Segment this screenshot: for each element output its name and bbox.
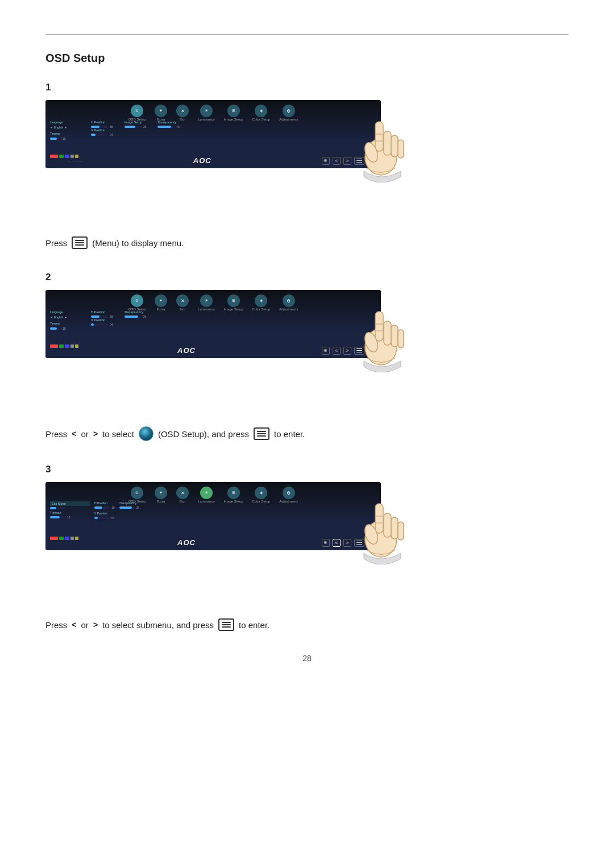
- step-2-press-text: Press: [45, 429, 67, 439]
- step-1-number: 1: [45, 82, 569, 93]
- top-divider: [45, 34, 569, 35]
- step-2-to-select-text: to select: [102, 429, 134, 439]
- svg-rect-17: [375, 504, 383, 533]
- step-3-press-text: Press: [45, 620, 67, 630]
- step-1-instruction: Press (Menu) to display menu.: [45, 236, 569, 249]
- step-1-monitor-area: ⊙ OSD Setup ✦ Extra ✕ Exit: [45, 100, 415, 231]
- hand-pointer-3: [350, 491, 412, 559]
- step-2-or-text: or: [81, 429, 89, 439]
- step-2-enter-text: to enter.: [274, 429, 305, 439]
- menu-icon-1: [72, 236, 88, 249]
- svg-rect-1: [375, 122, 383, 151]
- menu-icon-3: [218, 618, 234, 631]
- step-2-monitor: ⊙ OSD Setup ✦ Extra ✕ Exit: [45, 290, 381, 358]
- chevron-right-2: >: [93, 429, 98, 438]
- step-3-enter-text: to enter.: [239, 620, 269, 630]
- svg-rect-10: [384, 321, 391, 345]
- step-2-instruction: Press < or > to select (OSD Setup), and …: [45, 426, 569, 441]
- svg-rect-11: [391, 325, 398, 347]
- svg-rect-2: [384, 131, 391, 155]
- step-2-section: 2 ⊙ OSD Setup ✦ Extra: [45, 272, 569, 441]
- step-1-section: 1 ⊙ OSD Setup ✦ Extra: [45, 82, 569, 249]
- menu-icon-2: [254, 427, 269, 440]
- chevron-right-3: >: [93, 620, 98, 629]
- svg-rect-19: [391, 517, 398, 539]
- step-1-instruction-text: (Menu) to display menu.: [92, 238, 184, 248]
- svg-rect-20: [398, 522, 404, 540]
- svg-rect-3: [391, 135, 398, 157]
- step-3-section: 3 ⊙ OSD Setup ✦ Extra: [45, 464, 569, 631]
- svg-rect-4: [398, 140, 404, 158]
- svg-rect-18: [384, 513, 391, 537]
- hand-pointer-2: [350, 298, 412, 367]
- step-3-monitor: ⊙ OSD Setup ✦ Extra ✕ Exit: [45, 482, 381, 550]
- step-3-number: 3: [45, 464, 569, 475]
- page-number: 28: [45, 654, 569, 663]
- svg-rect-9: [375, 312, 383, 341]
- aoc-logo-1: AOC: [193, 156, 211, 165]
- step-3-submenu-text: to select submenu, and press: [102, 620, 214, 630]
- osd-setup-globe-icon: [139, 426, 154, 441]
- hand-pointer-1: [350, 109, 412, 177]
- step-1-monitor: ⊙ OSD Setup ✦ Extra ✕ Exit: [45, 100, 381, 168]
- step-3-monitor-area: ⊙ OSD Setup ✦ Extra ✕ Exit: [45, 482, 415, 613]
- step-3-or-text: or: [81, 620, 89, 630]
- chevron-left-3: <: [72, 620, 76, 629]
- aoc-logo-2: AOC: [177, 346, 196, 355]
- monitor-display-1: ⊙ OSD Setup ✦ Extra ✕ Exit: [45, 100, 381, 168]
- svg-rect-12: [398, 330, 404, 348]
- aoc-logo-3: AOC: [177, 538, 196, 547]
- chevron-left-2: <: [72, 429, 76, 438]
- monitor-display-3: ⊙ OSD Setup ✦ Extra ✕ Exit: [45, 482, 381, 550]
- step-2-osd-text: (OSD Setup), and press: [158, 429, 249, 439]
- step-2-number: 2: [45, 272, 569, 283]
- page-title: OSD Setup: [45, 52, 569, 65]
- step-2-monitor-area: ⊙ OSD Setup ✦ Extra ✕ Exit: [45, 290, 415, 421]
- step-1-press-text: Press: [45, 238, 67, 248]
- monitor-display-2: ⊙ OSD Setup ✦ Extra ✕ Exit: [45, 290, 381, 358]
- step-3-instruction: Press < or > to select submenu, and pres…: [45, 618, 569, 631]
